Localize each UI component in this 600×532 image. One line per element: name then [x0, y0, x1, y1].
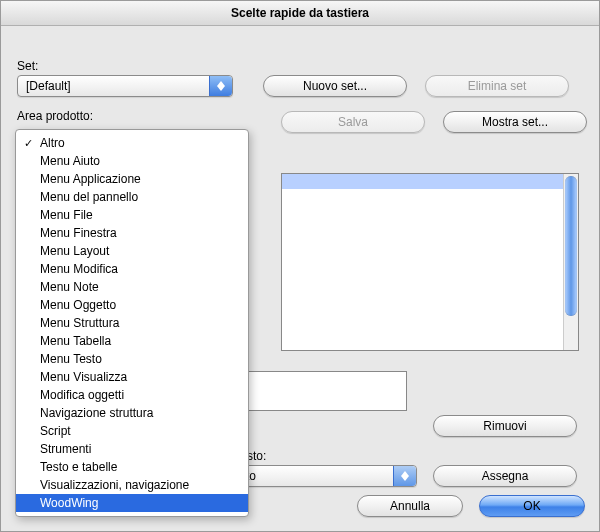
- dropdown-item[interactable]: Testo e tabelle: [16, 458, 248, 476]
- commands-listbox[interactable]: [281, 173, 579, 351]
- svg-marker-3: [401, 476, 409, 481]
- scrollbar[interactable]: [563, 174, 578, 350]
- dropdown-item[interactable]: Menu Note: [16, 278, 248, 296]
- ok-button[interactable]: OK: [479, 495, 585, 517]
- dropdown-item[interactable]: Menu Modifica: [16, 260, 248, 278]
- save-button[interactable]: Salva: [281, 111, 425, 133]
- dropdown-item[interactable]: Menu Layout: [16, 242, 248, 260]
- dropdown-item[interactable]: Menu Applicazione: [16, 170, 248, 188]
- product-area-label: Area prodotto:: [17, 109, 93, 123]
- dialog-bottom-buttons: Annulla OK: [357, 495, 585, 517]
- remove-button[interactable]: Rimuovi: [433, 415, 577, 437]
- dropdown-item[interactable]: Script: [16, 422, 248, 440]
- updown-arrows-icon: [209, 76, 232, 96]
- delete-set-button[interactable]: Elimina set: [425, 75, 569, 97]
- dropdown-item[interactable]: Menu Oggetto: [16, 296, 248, 314]
- dropdown-item[interactable]: WoodWing: [16, 494, 248, 512]
- set-combobox[interactable]: [Default]: [17, 75, 233, 97]
- dropdown-item[interactable]: Visualizzazioni, navigazione: [16, 476, 248, 494]
- cancel-button[interactable]: Annulla: [357, 495, 463, 517]
- dropdown-item[interactable]: Strumenti: [16, 440, 248, 458]
- new-set-button[interactable]: Nuovo set...: [263, 75, 407, 97]
- dropdown-item[interactable]: Menu File: [16, 206, 248, 224]
- scrollbar-thumb[interactable]: [565, 176, 577, 316]
- updown-arrows-icon: [393, 466, 416, 486]
- dropdown-item[interactable]: Navigazione struttura: [16, 404, 248, 422]
- dropdown-item[interactable]: Altro: [16, 134, 248, 152]
- set-label: Set:: [17, 59, 587, 73]
- dropdown-item[interactable]: Menu del pannello: [16, 188, 248, 206]
- show-set-button[interactable]: Mostra set...: [443, 111, 587, 133]
- svg-marker-1: [217, 86, 225, 91]
- window-title: Scelte rapide da tastiera: [1, 1, 599, 26]
- product-area-dropdown[interactable]: AltroMenu AiutoMenu ApplicazioneMenu del…: [15, 129, 249, 517]
- listbox-selection: [282, 174, 564, 189]
- dropdown-item[interactable]: Menu Aiuto: [16, 152, 248, 170]
- dropdown-item[interactable]: Menu Finestra: [16, 224, 248, 242]
- dialog-content: Set: [Default] Nuovo set... Elimina set …: [1, 25, 599, 531]
- dropdown-item[interactable]: Menu Tabella: [16, 332, 248, 350]
- dropdown-item[interactable]: Menu Visualizza: [16, 368, 248, 386]
- set-section: Set: [Default] Nuovo set... Elimina set: [17, 59, 587, 97]
- area-buttons: Salva Mostra set...: [281, 111, 587, 133]
- dialog-window: Scelte rapide da tastiera Set: [Default]…: [0, 0, 600, 532]
- dropdown-item[interactable]: Modifica oggetti: [16, 386, 248, 404]
- assign-button[interactable]: Assegna: [433, 465, 577, 487]
- dropdown-item[interactable]: Menu Struttura: [16, 314, 248, 332]
- dropdown-item[interactable]: Menu Testo: [16, 350, 248, 368]
- set-combobox-value: [Default]: [26, 79, 71, 93]
